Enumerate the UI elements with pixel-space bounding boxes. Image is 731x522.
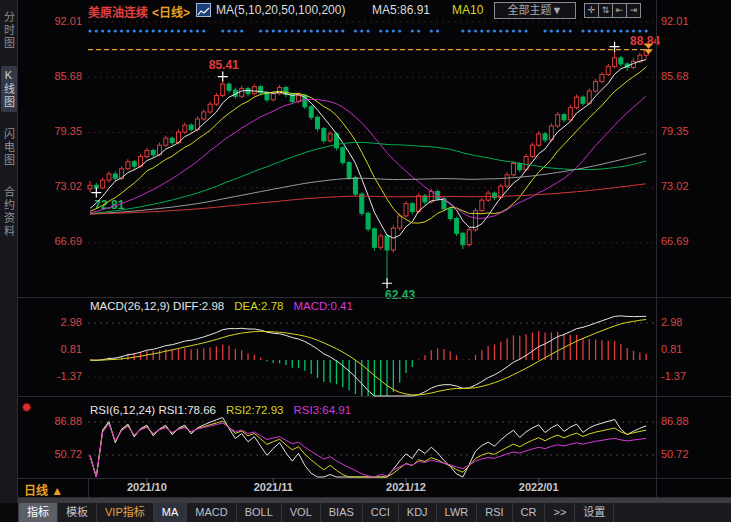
macd-tick: 0.81 <box>20 343 82 355</box>
theme-dropdown[interactable]: 全部主题▼ <box>494 2 576 19</box>
toolbar-corner <box>0 503 19 522</box>
price-tick: 92.01 <box>20 15 82 27</box>
crosshair-icon[interactable]: ✛ <box>584 3 599 18</box>
tab-bias[interactable]: BIAS <box>321 503 363 522</box>
tab-boll[interactable]: BOLL <box>237 503 282 522</box>
macd-tick: 2.98 <box>661 316 723 328</box>
compress-vertical-icon[interactable]: ⇅ <box>598 3 613 18</box>
pan-right-icon[interactable]: ⇥ <box>626 3 641 18</box>
macd-tick: 2.98 <box>20 316 82 328</box>
chart-plot-area[interactable] <box>88 20 656 478</box>
tab-kdj[interactable]: KDJ <box>399 503 437 522</box>
rsi-tick: 50.72 <box>661 448 723 460</box>
tab-ma[interactable]: MA <box>154 503 188 522</box>
macd-tick: -1.37 <box>20 370 82 382</box>
view-sidebar: 分时图 K线图 闪电图 合约资料 <box>0 0 18 522</box>
price-tick: 79.35 <box>661 125 723 137</box>
macd-tick: 0.81 <box>661 343 723 355</box>
date-label: 2021/12 <box>378 481 434 493</box>
axis-divider <box>656 0 657 497</box>
sidebar-item-lightning-chart[interactable]: 闪电图 <box>1 125 17 170</box>
tab-lwr[interactable]: LWR <box>437 503 478 522</box>
tab-cci[interactable]: CCI <box>363 503 399 522</box>
axis-divider <box>88 478 89 497</box>
kline-chart-icon <box>196 3 211 17</box>
ma-params-label: MA(5,10,20,50,100,200) <box>216 3 345 17</box>
period-tag: <日线> <box>152 3 190 20</box>
price-tick: 92.01 <box>661 15 723 27</box>
date-label: 2021/10 <box>119 481 175 493</box>
pane-divider <box>18 478 731 479</box>
price-tick: 66.69 <box>661 235 723 247</box>
tab-more[interactable]: >> <box>545 503 575 522</box>
rsi-tick: 86.88 <box>661 415 723 427</box>
tab-cr[interactable]: CR <box>513 503 546 522</box>
price-tick: 66.69 <box>20 235 82 247</box>
tab-vol[interactable]: VOL <box>282 503 321 522</box>
period-selector-button[interactable]: 日线 ▲ <box>24 481 63 498</box>
tab-macd[interactable]: MACD <box>187 503 236 522</box>
tab-vip-indicator[interactable]: VIP指标 <box>97 503 154 522</box>
price-tick: 79.35 <box>20 125 82 137</box>
tab-template[interactable]: 模板 <box>58 503 97 522</box>
rsi-tick: 50.72 <box>20 448 82 460</box>
date-label: 2021/11 <box>245 481 301 493</box>
symbol-title: 美原油连续 <box>88 3 148 20</box>
macd-tick: -1.37 <box>661 370 723 382</box>
compress-horizontal-icon[interactable]: ⇤ <box>612 3 627 18</box>
price-tick: 73.02 <box>661 180 723 192</box>
price-tick: 85.68 <box>20 70 82 82</box>
ma10-value-label: MA10 <box>452 3 483 17</box>
rsi-tick: 86.88 <box>20 415 82 427</box>
blink-alert-icon: ✹ <box>21 400 32 415</box>
tab-indicator[interactable]: 指标 <box>19 503 58 522</box>
sidebar-item-contract-info[interactable]: 合约资料 <box>1 183 17 241</box>
tab-rsi[interactable]: RSI <box>477 503 512 522</box>
indicator-toolbar: 指标 模板 VIP指标 MA MACD BOLL VOL BIAS CCI KD… <box>0 503 731 522</box>
date-label: 2022/01 <box>511 481 567 493</box>
price-tick: 73.02 <box>20 180 82 192</box>
tab-settings[interactable]: 设置 <box>575 503 614 522</box>
sidebar-item-kline-chart[interactable]: K线图 <box>1 66 17 112</box>
ma5-value-label: MA5:86.91 <box>372 3 430 17</box>
sidebar-item-time-chart[interactable]: 分时图 <box>1 8 17 53</box>
price-tick: 85.68 <box>661 70 723 82</box>
